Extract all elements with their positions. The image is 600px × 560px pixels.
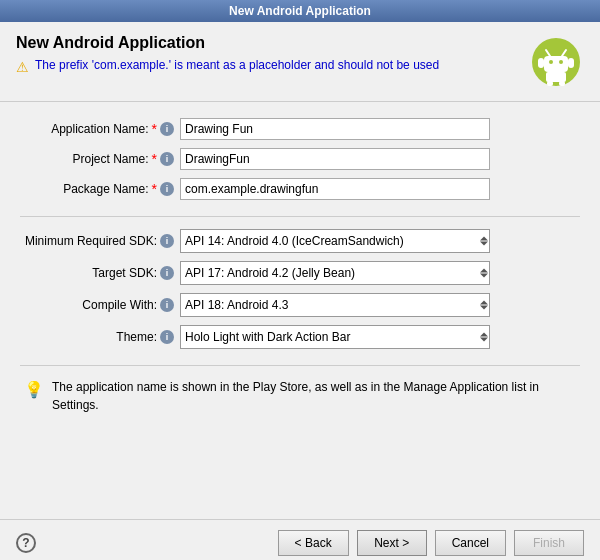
project-name-info-icon[interactable]: i	[160, 152, 174, 166]
target-sdk-info-icon[interactable]: i	[160, 266, 174, 280]
separator-1	[20, 216, 580, 217]
theme-label: Theme: i	[20, 330, 180, 344]
svg-rect-8	[559, 81, 565, 86]
target-sdk-row: Target SDK: i API 16: Android 4.1 (Jelly…	[20, 261, 580, 285]
target-sdk-label: Target SDK: i	[20, 266, 180, 280]
dialog-body: Application Name: * i Project Name: * i …	[0, 102, 600, 519]
required-star-package: *	[152, 181, 157, 197]
min-sdk-select[interactable]: API 14: Android 4.0 (IceCreamSandwich) A…	[180, 229, 490, 253]
info-section: 💡 The application name is shown in the P…	[20, 378, 580, 414]
help-button[interactable]: ?	[16, 533, 36, 553]
app-name-label: Application Name: * i	[20, 121, 180, 137]
compile-with-select[interactable]: API 17: Android 4.2 (Jelly Bean) API 18:…	[180, 293, 490, 317]
svg-rect-6	[546, 72, 566, 82]
project-name-row: Project Name: * i	[20, 148, 580, 170]
compile-with-select-wrapper: API 17: Android 4.2 (Jelly Bean) API 18:…	[180, 293, 490, 317]
svg-rect-1	[544, 56, 568, 72]
dialog-title: New Android Application	[16, 34, 528, 52]
min-sdk-select-wrapper: API 14: Android 4.0 (IceCreamSandwich) A…	[180, 229, 490, 253]
theme-info-icon[interactable]: i	[160, 330, 174, 344]
package-name-input[interactable]	[180, 178, 490, 200]
app-name-row: Application Name: * i	[20, 118, 580, 140]
required-star: *	[152, 121, 157, 137]
svg-rect-9	[538, 58, 544, 68]
app-name-input[interactable]	[180, 118, 490, 140]
theme-row: Theme: i Holo Light with Dark Action Bar…	[20, 325, 580, 349]
theme-select-wrapper: Holo Light with Dark Action Bar Holo Lig…	[180, 325, 490, 349]
target-sdk-select[interactable]: API 16: Android 4.1 (Jelly Bean) API 17:…	[180, 261, 490, 285]
svg-rect-10	[568, 58, 574, 68]
back-button[interactable]: < Back	[278, 530, 349, 556]
warning-text: The prefix 'com.example.' is meant as a …	[35, 58, 439, 72]
cancel-button[interactable]: Cancel	[435, 530, 506, 556]
svg-rect-7	[547, 81, 553, 86]
dialog-header: New Android Application ⚠ The prefix 'co…	[0, 22, 600, 102]
compile-with-label: Compile With: i	[20, 298, 180, 312]
warning-icon: ⚠	[16, 59, 29, 75]
app-name-info-icon[interactable]: i	[160, 122, 174, 136]
info-text: The application name is shown in the Pla…	[52, 378, 576, 414]
package-name-row: Package Name: * i	[20, 178, 580, 200]
project-name-input[interactable]	[180, 148, 490, 170]
title-bar-label: New Android Application	[229, 4, 371, 18]
bulb-icon: 💡	[24, 380, 44, 399]
min-sdk-info-icon[interactable]: i	[160, 234, 174, 248]
finish-button[interactable]: Finish	[514, 530, 584, 556]
dialog-footer: ? < Back Next > Cancel Finish	[0, 519, 600, 560]
theme-select[interactable]: Holo Light with Dark Action Bar Holo Lig…	[180, 325, 490, 349]
svg-point-2	[549, 60, 553, 64]
android-logo	[528, 34, 584, 90]
footer-buttons: < Back Next > Cancel Finish	[278, 530, 584, 556]
target-sdk-select-wrapper: API 16: Android 4.1 (Jelly Bean) API 17:…	[180, 261, 490, 285]
footer-left: ?	[16, 533, 36, 553]
compile-with-row: Compile With: i API 17: Android 4.2 (Jel…	[20, 293, 580, 317]
dialog: New Android Application ⚠ The prefix 'co…	[0, 22, 600, 560]
separator-2	[20, 365, 580, 366]
project-name-label: Project Name: * i	[20, 151, 180, 167]
android-logo-container	[528, 34, 584, 93]
svg-point-3	[559, 60, 563, 64]
required-star-project: *	[152, 151, 157, 167]
title-bar: New Android Application	[0, 0, 600, 22]
min-sdk-label: Minimum Required SDK: i	[20, 234, 180, 248]
package-name-label: Package Name: * i	[20, 181, 180, 197]
form-section-names: Application Name: * i Project Name: * i …	[20, 118, 580, 200]
next-button[interactable]: Next >	[357, 530, 427, 556]
min-sdk-row: Minimum Required SDK: i API 14: Android …	[20, 229, 580, 253]
warning-row: ⚠ The prefix 'com.example.' is meant as …	[16, 58, 528, 75]
package-name-info-icon[interactable]: i	[160, 182, 174, 196]
compile-with-info-icon[interactable]: i	[160, 298, 174, 312]
dialog-header-left: New Android Application ⚠ The prefix 'co…	[16, 34, 528, 75]
form-section-sdk: Minimum Required SDK: i API 14: Android …	[20, 229, 580, 349]
